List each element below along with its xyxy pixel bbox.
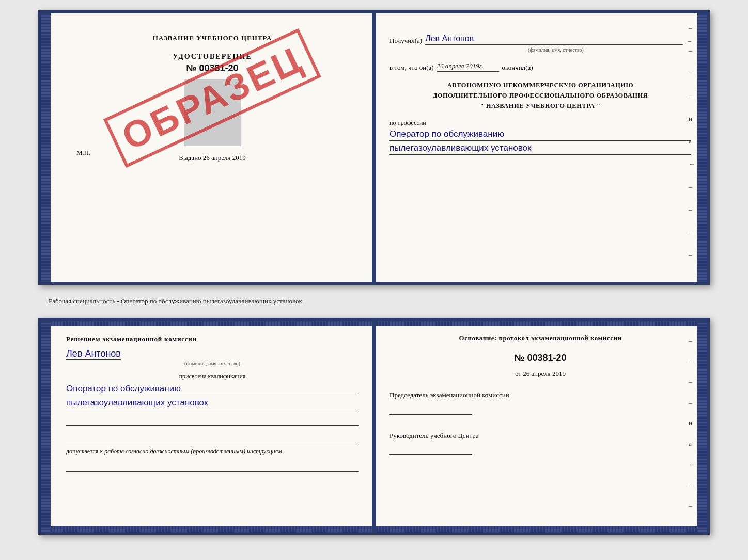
bottom-document-spread: Решением экзаменационной комиссии Лев Ан… (38, 318, 710, 535)
date-value-top: 26 апреля 2019г. (437, 62, 499, 72)
person-name-bottom: Лев Антонов (66, 348, 121, 360)
fio-label-bottom: (фамилия, имя, отчество) (66, 361, 359, 366)
separator-text: Рабочая специальность - Оператор по обсл… (38, 293, 710, 310)
bottom-right-content: Основание: протокол экзаменационной коми… (389, 334, 691, 455)
chairman-label: Председатель экзаменационной комиссии (389, 390, 691, 415)
protocol-date: от 26 апреля 2019 (389, 370, 691, 378)
mp-label: М.П. (76, 149, 90, 157)
org-line1: АВТОНОМНУЮ НЕКОММЕРЧЕСКУЮ ОРГАНИЗАЦИЮ (389, 80, 691, 90)
fio-label-top: (фамилия, имя, отчество) (431, 47, 681, 53)
date-line-top: в том, что он(а) 26 апреля 2019г. окончи… (389, 62, 691, 72)
commission-text: Решением экзаменационной комиссии (66, 334, 359, 344)
allowed-detail: работе согласно должностным (производств… (104, 447, 282, 455)
qual-line1: Оператор по обслуживанию (66, 383, 359, 395)
issue-date: Выдано 26 апреля 2019 (66, 154, 359, 162)
bottom-right-border (697, 321, 707, 532)
date-suffix: окончил(а) (502, 63, 533, 72)
chairman-signature-line (389, 405, 472, 415)
bottom-left-border (41, 321, 51, 532)
org-name-line: " НАЗВАНИЕ УЧЕБНОГО ЦЕНТРА " (389, 101, 691, 111)
date-prefix: в том, что он(а) (389, 63, 434, 72)
assigned-label: присвоена квалификация (66, 373, 359, 380)
rukovoditel-label: Руководитель учебного Центра (389, 430, 691, 455)
org-quote-open: " (480, 102, 484, 109)
school-name-top: НАЗВАНИЕ УЧЕБНОГО ЦЕНТРА (66, 34, 359, 42)
org-name: НАЗВАНИЕ УЧЕБНОГО ЦЕНТРА (486, 102, 595, 109)
osnov-text: Основание: протокол экзаменационной коми… (389, 334, 691, 342)
protocol-number: № 00381-20 (389, 353, 691, 363)
org-block: АВТОНОМНУЮ НЕКОММЕРЧЕСКУЮ ОРГАНИЗАЦИЮ ДО… (389, 80, 691, 111)
cert-title: УДОСТОВЕРЕНИЕ (66, 53, 359, 61)
rukovoditel-signature-line (389, 444, 472, 455)
recipient-label: Получил(а) (389, 37, 422, 45)
blank-line-2 (66, 432, 359, 442)
photo-placeholder (184, 79, 241, 146)
left-page-content: НАЗВАНИЕ УЧЕБНОГО ЦЕНТРА УДОСТОВЕРЕНИЕ №… (66, 34, 359, 162)
bottom-right-dashes: – – – – и а ← – – – – (689, 337, 695, 535)
right-dashes: – – – – и а ← – – – – (689, 24, 695, 259)
chairman-title: Председатель экзаменационной комиссии (389, 390, 691, 401)
certificate-block: УДОСТОВЕРЕНИЕ № 00381-20 Выдано 26 апрел… (66, 53, 359, 162)
recipient-name: Лев Антонов (425, 34, 682, 45)
allowed-prefix: допускается к (66, 447, 103, 455)
cert-number: № 00381-20 (66, 63, 359, 74)
issue-label: Выдано (179, 154, 201, 162)
org-quote-close: " (597, 102, 600, 109)
profession-line1: Оператор по обслуживанию (389, 129, 691, 141)
blank-line-1 (66, 415, 359, 426)
left-page-top: НАЗВАНИЕ УЧЕБНОГО ЦЕНТРА УДОСТОВЕРЕНИЕ №… (41, 13, 374, 282)
left-border-decoration (41, 13, 51, 282)
right-page-top: Получил(а) Лев Антонов – (фамилия, имя, … (374, 13, 707, 282)
bottom-left-page: Решением экзаменационной комиссии Лев Ан… (41, 321, 374, 532)
rukovoditel-title: Руководитель учебного Центра (389, 430, 691, 441)
recipient-line: Получил(а) Лев Антонов – (389, 34, 691, 45)
qual-line2: пылегазоулавливающих установок (66, 397, 359, 409)
blank-line-3 (66, 461, 359, 472)
bottom-right-page: Основание: протокол экзаменационной коми… (374, 321, 707, 532)
protocol-date-prefix: от (515, 370, 521, 377)
org-line2: ДОПОЛНИТЕЛЬНОГО ПРОФЕССИОНАЛЬНОГО ОБРАЗО… (389, 90, 691, 101)
top-document-spread: НАЗВАНИЕ УЧЕБНОГО ЦЕНТРА УДОСТОВЕРЕНИЕ №… (38, 10, 710, 285)
right-page-content: Получил(а) Лев Антонов – (фамилия, имя, … (389, 34, 691, 155)
issue-date-value: 26 апреля 2019 (203, 154, 246, 162)
allowed-text: допускается к работе согласно должностны… (66, 447, 359, 455)
profession-label: по профессии (389, 119, 691, 127)
protocol-date-value: 26 апреля 2019 (523, 370, 566, 377)
bottom-left-content: Решением экзаменационной комиссии Лев Ан… (66, 334, 359, 472)
profession-line2: пылегазоулавливающих установок (389, 143, 691, 155)
